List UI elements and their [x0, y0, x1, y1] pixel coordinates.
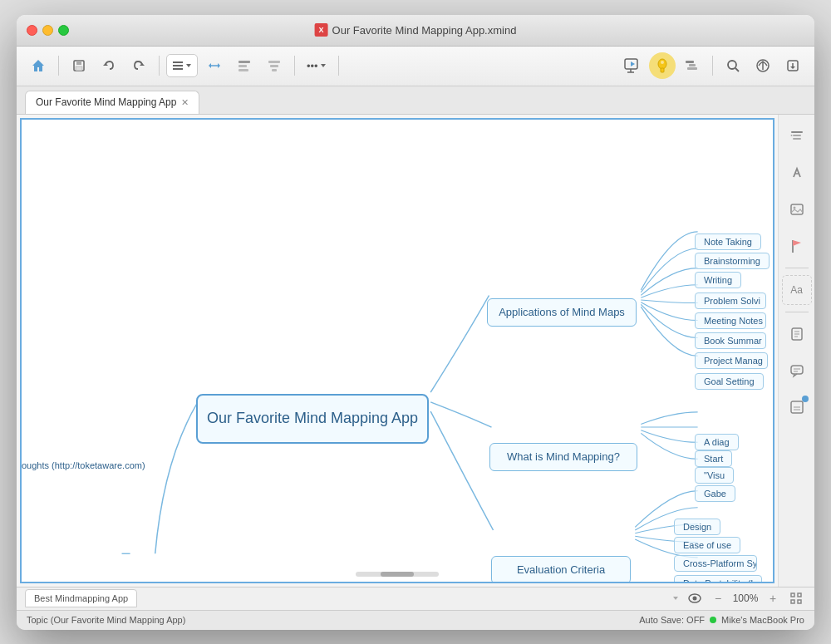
- main-area: Our Favorite Mind Mapping App Apps ought…: [17, 115, 814, 587]
- child-ease[interactable]: Ease of use: [674, 537, 740, 553]
- svg-rect-28: [687, 67, 697, 70]
- child-problem-solving[interactable]: Problem Solvi: [695, 293, 766, 309]
- svg-rect-15: [268, 61, 280, 63]
- statusbar-right: − 100% +: [671, 588, 806, 608]
- canvas-scrollbar[interactable]: [356, 572, 439, 577]
- save-button[interactable]: [66, 52, 92, 79]
- gantt-button[interactable]: [679, 52, 706, 79]
- image-panel-btn[interactable]: [782, 194, 812, 224]
- svg-rect-6: [173, 61, 183, 63]
- child-start[interactable]: Start: [695, 450, 732, 467]
- child-book-summary[interactable]: Book Summar: [695, 332, 766, 349]
- sheet-tab[interactable]: Best Mindmapping App: [25, 589, 137, 607]
- sep2: [159, 56, 160, 76]
- tab-main[interactable]: Our Favorite Mind Mapping App ✕: [25, 91, 199, 114]
- svg-rect-24: [661, 68, 664, 72]
- maximize-button[interactable]: [58, 25, 69, 36]
- topic-info: Topic (Our Favorite Mind Mapping App): [27, 615, 185, 625]
- fit-button[interactable]: [786, 588, 806, 608]
- minimize-button[interactable]: [42, 25, 53, 36]
- dropdown-arrow-icon: [671, 594, 680, 602]
- svg-marker-22: [631, 61, 635, 66]
- status-dot-icon: [710, 617, 716, 623]
- search-button[interactable]: [720, 52, 746, 79]
- svg-rect-35: [791, 131, 803, 133]
- scrollbar-thumb: [381, 572, 414, 577]
- export-button[interactable]: [779, 52, 806, 79]
- svg-point-38: [790, 135, 792, 136]
- svg-marker-0: [32, 60, 44, 71]
- direction-button[interactable]: [201, 52, 228, 79]
- child-crossplatform[interactable]: Cross-Platform Syncing: [674, 555, 757, 572]
- svg-rect-3: [76, 66, 82, 71]
- left-cutoff-text: oughts (http://toketaware.com): [22, 460, 145, 470]
- app-icon: X: [315, 23, 328, 37]
- svg-rect-7: [173, 65, 183, 66]
- zoom-out-button[interactable]: −: [710, 590, 726, 607]
- titlebar: X Our Favorite Mind Mapping App.xmind: [17, 15, 814, 47]
- text-panel-btn[interactable]: Aa: [782, 275, 812, 305]
- svg-rect-26: [686, 61, 694, 63]
- flag-panel-btn[interactable]: [782, 231, 812, 261]
- tabbar: Our Favorite Mind Mapping App ✕: [17, 86, 814, 115]
- tasks-panel-btn[interactable]: [782, 392, 812, 422]
- mindmap-connections: [22, 120, 773, 582]
- child-brainstorming[interactable]: Brainstorming: [695, 253, 770, 269]
- child-note-taking[interactable]: Note Taking: [695, 234, 761, 250]
- applications-node[interactable]: Applications of Mind Maps: [487, 298, 637, 327]
- brainstorm-button[interactable]: [649, 52, 676, 79]
- layout-dropdown[interactable]: [166, 54, 198, 77]
- svg-line-30: [735, 68, 739, 71]
- svg-marker-53: [673, 597, 678, 600]
- visibility-button[interactable]: [685, 588, 705, 608]
- central-node[interactable]: Our Favorite Mind Mapping App: [196, 394, 429, 444]
- style2-button[interactable]: [261, 52, 288, 79]
- canvas[interactable]: Our Favorite Mind Mapping App Apps ought…: [20, 118, 774, 583]
- evaluation-node[interactable]: Evaluation Criteria: [491, 556, 631, 583]
- tab-close-icon[interactable]: ✕: [181, 97, 189, 108]
- share-button[interactable]: [750, 52, 776, 79]
- child-project-management[interactable]: Project Manag: [695, 352, 768, 369]
- svg-point-55: [693, 597, 697, 601]
- child-design[interactable]: Design: [674, 519, 720, 535]
- child-diagram[interactable]: A diag: [695, 434, 739, 450]
- svg-marker-18: [321, 64, 326, 67]
- svg-rect-47: [791, 366, 803, 374]
- undo-button[interactable]: [96, 52, 122, 79]
- svg-marker-10: [218, 63, 220, 68]
- window-title: X Our Favorite Mind Mapping App.xmind: [315, 23, 517, 37]
- outline-panel-btn[interactable]: [782, 121, 812, 151]
- child-visual[interactable]: "Visu: [695, 467, 734, 484]
- more-button[interactable]: •••: [302, 52, 332, 79]
- child-writing[interactable]: Writing: [695, 272, 741, 288]
- notes-panel-btn[interactable]: [782, 319, 812, 349]
- zoom-in-button[interactable]: +: [765, 590, 781, 607]
- sep1: [58, 56, 59, 76]
- zoom-level: 100%: [731, 592, 760, 604]
- svg-rect-17: [272, 69, 277, 71]
- redo-button[interactable]: [125, 52, 152, 79]
- style1-button[interactable]: [231, 52, 258, 79]
- child-gabe[interactable]: Gabe: [695, 485, 735, 502]
- svg-rect-27: [689, 64, 696, 66]
- toolbar: •••: [17, 47, 814, 86]
- child-dataportability[interactable]: Data Portability (Import/: [674, 575, 762, 583]
- comments-panel-btn[interactable]: [782, 356, 812, 386]
- svg-rect-58: [791, 600, 794, 603]
- infobar: Topic (Our Favorite Mind Mapping App) Au…: [17, 610, 814, 630]
- app-window: X Our Favorite Mind Mapping App.xmind: [17, 15, 814, 630]
- child-goal-setting[interactable]: Goal Setting: [695, 373, 764, 390]
- sep4: [338, 56, 339, 76]
- svg-point-41: [793, 206, 795, 209]
- traffic-lights: [27, 25, 69, 36]
- svg-rect-8: [173, 68, 183, 70]
- close-button[interactable]: [27, 25, 37, 36]
- whatismm-node[interactable]: What is Mind Mapping?: [489, 443, 637, 471]
- svg-point-25: [661, 61, 664, 64]
- style-panel-btn[interactable]: [782, 158, 812, 188]
- present-button[interactable]: [619, 52, 646, 79]
- child-meeting-notes[interactable]: Meeting Notes: [695, 312, 766, 329]
- panel-sep2: [785, 312, 809, 312]
- svg-marker-9: [186, 64, 191, 67]
- home-button[interactable]: [25, 52, 52, 79]
